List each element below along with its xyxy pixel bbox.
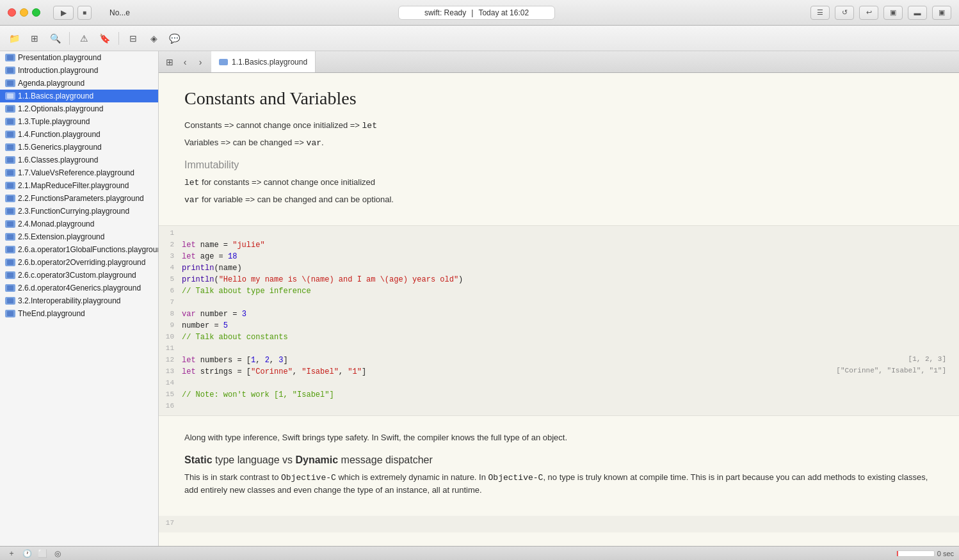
section2-p2: This is in stark contrast to Objective-C… <box>184 471 933 497</box>
folder-icon[interactable]: 📁 <box>5 29 23 47</box>
bookmark-icon[interactable]: 🔖 <box>95 29 113 47</box>
tab-playground-icon <box>219 59 228 65</box>
table-icon[interactable]: ⊟ <box>124 29 142 47</box>
layout-btn2[interactable]: ▬ <box>908 6 927 20</box>
sidebar-item-monad[interactable]: 2.4.Monad.playground <box>0 218 158 230</box>
editor-area[interactable]: Constants and Variables Constants => can… <box>159 73 959 546</box>
sidebar-item-mapreducefilter[interactable]: 2.1.MapReduceFilter.playground <box>0 179 158 192</box>
tab-basics[interactable]: 1.1.Basics.playground <box>211 51 316 72</box>
nav-back-button[interactable]: ‹ <box>178 55 192 69</box>
code-line-15: 15 // Note: won't work [1, "Isabel"] <box>159 390 959 401</box>
playground-icon <box>5 118 15 125</box>
code-line-7: 7 <box>159 298 959 309</box>
sidebar-item-operator4[interactable]: 2.6.d.operator4Generics.playground <box>0 282 158 294</box>
code-line-16: 16 <box>159 401 959 413</box>
sidebar-item-tuple[interactable]: 1.3.Tuple.playground <box>0 115 158 128</box>
maximize-button[interactable] <box>32 8 40 17</box>
clock-icon[interactable]: 🕐 <box>20 547 33 560</box>
sidebar-item-basics[interactable]: 1.1.Basics.playground <box>0 90 158 102</box>
result-12: [1, 2, 3] <box>908 355 946 363</box>
playground-icon <box>5 233 15 241</box>
sidebar-item-valuevsreference[interactable]: 1.7.ValueVsReference.playground <box>0 166 158 179</box>
layout-btn1[interactable]: ▣ <box>883 6 903 20</box>
wifi-icon[interactable]: ◎ <box>51 547 64 560</box>
code-line-6: 6 // Talk about type inference <box>159 286 959 298</box>
code-line-2: 2 let name = "julie" <box>159 240 959 252</box>
search-icon[interactable]: 🔍 <box>46 29 64 47</box>
playground-icon <box>5 143 15 151</box>
imm-line1: let for constants => cannot change once … <box>184 176 933 189</box>
sidebar-item-operator1[interactable]: 2.6.a.operator1GlobalFunctions.playgroun… <box>0 243 158 256</box>
code-line-1: 1 <box>159 228 959 240</box>
sidebar-item-extension[interactable]: 2.5.Extension.playground <box>0 230 158 243</box>
sidebar-item-agenda[interactable]: Agenda.playground <box>0 77 158 90</box>
playground-icon <box>5 259 15 266</box>
swift-status: swift: Ready <box>424 8 466 17</box>
layout-btn3[interactable]: ▣ <box>932 6 951 20</box>
grid-view-button[interactable]: ⊞ <box>163 55 177 69</box>
sidebar-toggle[interactable]: ☰ <box>810 6 830 20</box>
main-layout: Presentation.playground Introduction.pla… <box>0 51 959 546</box>
playground-icon <box>5 271 15 279</box>
sidebar-item-function[interactable]: 1.4.Function.playground <box>0 128 158 141</box>
progress-bar <box>896 550 935 557</box>
code-line-13: 13 let strings = ["Corinne", "Isabel", "… <box>159 367 959 378</box>
sidebar-item-functioncurrying[interactable]: 2.3.FunctionCurrying.playground <box>0 205 158 218</box>
toolbar-separator-2 <box>118 32 119 45</box>
code-line-14: 14 <box>159 378 959 390</box>
section-collections-prose: Collections and fast enumeration <box>159 532 959 547</box>
playground-icon <box>5 182 15 189</box>
status-bar: swift: Ready | Today at 16:02 <box>398 6 555 20</box>
window-title: No...e <box>97 8 143 17</box>
section2-title: Static type language vs Dynamic message … <box>184 454 933 466</box>
add-icon[interactable]: + <box>5 547 18 560</box>
return-btn[interactable]: ↩ <box>859 6 878 20</box>
code-line-9: 9 number = 5 <box>159 321 959 332</box>
refresh-btn[interactable]: ↺ <box>835 6 854 20</box>
playground-icon <box>5 67 15 74</box>
diamond-icon[interactable]: ◈ <box>145 29 163 47</box>
playground-icon <box>5 297 15 305</box>
playground-icon <box>5 195 15 202</box>
sidebar-item-operator3[interactable]: 2.6.c.operator3Custom.playground <box>0 269 158 282</box>
imm-line2: var for variable => can be changed and c… <box>184 193 933 207</box>
sidebar-item-theend[interactable]: TheEnd.playground <box>0 307 158 320</box>
code-line-11: 11 <box>159 344 959 355</box>
code-line-3: 3 let age = 18 <box>159 252 959 263</box>
sidebar-item-operator2[interactable]: 2.6.b.operator2Overriding.playground <box>0 256 158 269</box>
play-button[interactable]: ▶ <box>53 6 74 20</box>
warning-icon[interactable]: ⚠ <box>75 29 93 47</box>
static-label: Static <box>184 454 213 465</box>
playground-icon <box>5 131 15 138</box>
section1-p2: Variables => can be changed => var. <box>184 136 933 150</box>
screen-icon[interactable]: ⬜ <box>36 547 49 560</box>
stop-button[interactable]: ■ <box>77 6 92 20</box>
section1-title: Constants and Variables <box>184 88 933 109</box>
sidebar-item-classes[interactable]: 1.6.Classes.playground <box>0 154 158 166</box>
sidebar-item-generics[interactable]: 1.5.Generics.playground <box>0 141 158 154</box>
playground-icon <box>5 105 15 113</box>
content-area: ⊞ ‹ › 1.1.Basics.playground Constants an… <box>159 51 959 546</box>
nav-forward-button[interactable]: › <box>193 55 207 69</box>
titlebar: ▶ ■ No...e swift: Ready | Today at 16:02… <box>0 0 959 26</box>
sidebar-item-presentation[interactable]: Presentation.playground <box>0 51 158 64</box>
minimize-button[interactable] <box>20 8 28 17</box>
close-button[interactable] <box>8 8 16 17</box>
sidebar-item-introduction[interactable]: Introduction.playground <box>0 64 158 77</box>
code-line-10: 10 // Talk about constants <box>159 332 959 344</box>
grid-icon[interactable]: ⊞ <box>26 29 44 47</box>
bottom-bar-right: 0 sec <box>896 550 954 557</box>
code-block-1[interactable]: 1 2 let name = "julie" 3 let age = 18 4 … <box>159 225 959 416</box>
playground-icon <box>5 284 15 292</box>
sidebar-item-functionsparameters[interactable]: 2.2.FunctionsParameters.playground <box>0 192 158 205</box>
sidebar-item-interoperability[interactable]: 3.2.Interoperability.playground <box>0 294 158 307</box>
sidebar-item-optionals[interactable]: 1.2.Optionals.playground <box>0 102 158 115</box>
playground-icon <box>5 169 15 177</box>
code-line-5: 5 println("Hello my name is \(name) and … <box>159 275 959 286</box>
toolbar: 📁 ⊞ 🔍 ⚠ 🔖 ⊟ ◈ 💬 <box>0 26 959 51</box>
window-controls: ☰ ↺ ↩ ▣ ▬ ▣ <box>810 6 959 20</box>
code-line-8: 8 var number = 3 <box>159 309 959 321</box>
playground-icon <box>5 92 15 100</box>
bubble-icon[interactable]: 💬 <box>165 29 183 47</box>
tab-bar: ⊞ ‹ › 1.1.Basics.playground <box>159 51 959 73</box>
